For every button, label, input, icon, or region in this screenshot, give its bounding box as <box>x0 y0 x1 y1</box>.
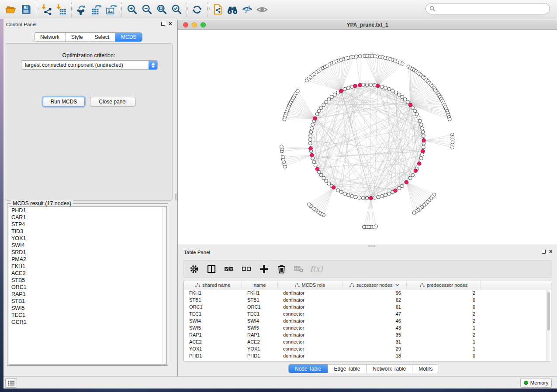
tab-network[interactable]: Network <box>35 33 66 41</box>
table-scrollbar-thumb[interactable] <box>547 292 550 330</box>
mcds-result-item[interactable]: GCR1 <box>9 319 166 326</box>
mcds-result-item[interactable]: ACE2 <box>9 270 166 277</box>
table-cell: 62 <box>343 296 407 303</box>
open-file-icon[interactable] <box>3 2 18 17</box>
save-session-icon[interactable] <box>18 2 33 17</box>
export-network-icon[interactable] <box>74 2 89 17</box>
tab-motifs[interactable]: Motifs <box>412 364 439 373</box>
table-cell: 29 <box>343 345 407 352</box>
import-network-icon[interactable] <box>39 2 54 17</box>
mcds-result-item[interactable]: TEC1 <box>9 312 166 319</box>
table-cell: ACE2 <box>242 338 278 345</box>
column-type-icon <box>295 283 300 287</box>
table-row[interactable]: YOX1YOX1connector291 <box>184 345 551 352</box>
column-header-name[interactable]: name <box>242 281 278 289</box>
memory-button[interactable]: Memory <box>520 378 552 388</box>
mcds-result-item[interactable]: ORC1 <box>9 284 166 291</box>
column-header-predecessor-nodes[interactable]: predecessor nodes <box>407 281 481 289</box>
table-cell: dominator <box>278 303 343 310</box>
tab-network-table[interactable]: Network Table <box>367 364 412 373</box>
toolbar-separator <box>121 3 122 17</box>
table-row[interactable]: FKH1FKH1dominator962 <box>184 289 551 296</box>
mcds-result-item[interactable]: PHD1 <box>9 207 166 214</box>
mcds-result-item[interactable]: SWI5 <box>9 305 166 312</box>
table-cell: YOX1 <box>184 345 242 352</box>
mcds-list-scrollbar[interactable] <box>163 207 166 364</box>
network-canvas[interactable] <box>178 30 557 244</box>
close-panel-icon[interactable]: × <box>169 21 172 26</box>
table-cell <box>481 338 551 345</box>
column-header-shared-name[interactable]: shared name <box>184 281 242 289</box>
close-panel-button[interactable]: Close panel <box>90 97 135 107</box>
import-table-icon[interactable] <box>54 2 69 17</box>
table-row[interactable]: STB1STB1dominator620 <box>184 296 551 303</box>
mcds-result-item[interactable]: SWI4 <box>9 242 166 249</box>
tab-edge-table[interactable]: Edge Table <box>328 364 367 373</box>
mcds-result-item[interactable]: FKH1 <box>9 263 166 270</box>
show-graphics-details-eye-icon[interactable] <box>255 2 270 17</box>
table-row[interactable]: RAP1RAP1dominator352 <box>184 331 551 338</box>
table-scrollbar[interactable] <box>547 290 550 361</box>
table-row[interactable]: SWI4SWI4dominator462 <box>184 317 551 324</box>
hide-visual-properties-icon[interactable] <box>240 2 255 17</box>
apply-layout-icon[interactable] <box>190 2 204 17</box>
show-task-history-button[interactable] <box>5 378 17 388</box>
tab-mcds[interactable]: MCDS <box>115 33 142 41</box>
table-row[interactable]: ORC1ORC1dominator610 <box>184 303 551 310</box>
tab-node-table[interactable]: Node Table <box>289 364 328 373</box>
network-search-box[interactable] <box>426 3 550 14</box>
column-header-successor-nodes[interactable]: successor nodes <box>343 281 407 289</box>
delete-column-icon[interactable] <box>276 263 287 275</box>
mcds-result-item[interactable]: STP4 <box>9 221 166 228</box>
zoom-out-icon[interactable] <box>139 2 154 17</box>
table-panel: Table Panel × <box>178 248 557 376</box>
table-row[interactable]: TEC1TEC1connector472 <box>184 310 551 317</box>
search-input[interactable] <box>438 6 550 12</box>
table-row[interactable]: PHD1PHD1dominator180 <box>184 352 551 359</box>
select-all-checkboxes-icon[interactable] <box>223 263 235 275</box>
mcds-result-item[interactable]: RAP1 <box>9 291 166 298</box>
table-cell: TEC1 <box>184 310 242 317</box>
network-window-title: YPA_prune.txt_1 <box>178 22 557 28</box>
mcds-result-item[interactable]: PMA2 <box>9 256 166 263</box>
deselect-all-checkboxes-icon[interactable] <box>241 263 252 275</box>
table-cell: 46 <box>343 317 407 324</box>
mcds-result-list[interactable]: PHD1CAR1STP4TID3YOX1SWI4SRD1PMA2FKH1ACE2… <box>9 206 167 364</box>
export-table-icon[interactable] <box>89 2 104 17</box>
tab-style[interactable]: Style <box>66 33 89 41</box>
horizontal-splitter[interactable] <box>178 244 557 248</box>
delete-table-icon <box>293 263 304 275</box>
network-window-titlebar[interactable]: YPA_prune.txt_1 <box>178 20 557 30</box>
share-document-icon[interactable] <box>210 2 225 17</box>
export-image-icon[interactable] <box>104 2 119 17</box>
mcds-result-item[interactable]: YOX1 <box>9 235 166 242</box>
mcds-result-item[interactable]: TID3 <box>9 228 166 235</box>
column-header-mcds-role[interactable]: MCDS role <box>278 281 343 289</box>
table-cell: 0 <box>407 303 481 310</box>
table-cell: 2 <box>407 317 481 324</box>
zoom-selected-icon[interactable] <box>169 2 184 17</box>
tab-select[interactable]: Select <box>89 33 115 41</box>
mcds-result-item[interactable]: STB1 <box>9 298 166 305</box>
table-cell: RAP1 <box>184 331 242 338</box>
run-mcds-button[interactable]: Run MCDS <box>43 97 85 107</box>
horizontal-splitter-handle[interactable] <box>368 245 375 247</box>
mcds-result-item[interactable]: CAR1 <box>9 214 166 221</box>
zoom-fit-icon[interactable] <box>154 2 169 17</box>
table-row[interactable]: SWI5SWI5connector431 <box>184 324 551 331</box>
vertical-splitter-handle[interactable] <box>175 193 177 200</box>
close-panel-icon[interactable]: × <box>549 249 553 254</box>
vertical-splitter[interactable] <box>175 20 178 376</box>
table-row[interactable]: ACE2ACE2connector311 <box>184 338 551 345</box>
float-window-icon[interactable] <box>161 22 165 26</box>
toggle-columns-icon[interactable] <box>206 263 217 275</box>
float-window-icon[interactable] <box>542 250 546 254</box>
zoom-in-icon[interactable] <box>125 2 139 17</box>
mcds-result-item[interactable]: SRD1 <box>9 249 166 256</box>
add-column-icon[interactable] <box>258 263 270 275</box>
table-cell: 1 <box>407 345 481 352</box>
optimization-criterion-select[interactable]: largest connected component (undirected) <box>21 60 158 70</box>
search-binoculars-icon[interactable] <box>225 2 240 17</box>
settings-gear-icon[interactable] <box>188 263 200 275</box>
mcds-result-item[interactable]: STB5 <box>9 277 166 284</box>
